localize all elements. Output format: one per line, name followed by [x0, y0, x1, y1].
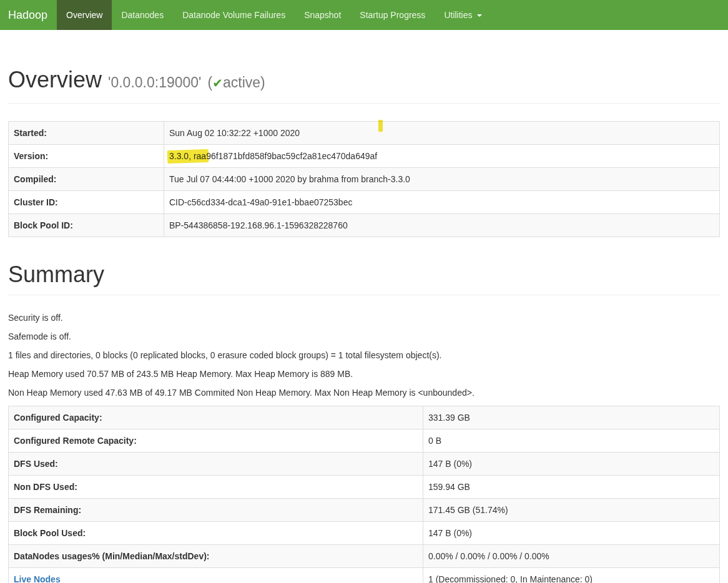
overview-info-table: Started: Sun Aug 02 10:32:22 +1000 2020 …: [8, 121, 720, 237]
nav-item-utilities-dropdown[interactable]: Utilities: [435, 0, 491, 30]
namenode-state: active: [223, 74, 260, 91]
summary-title: Summary: [8, 262, 720, 287]
filesystem-objects-text: 1 files and directories, 0 blocks (0 rep…: [8, 350, 720, 362]
state-close-paren: ): [260, 74, 265, 91]
row-label: Configured Remote Capacity:: [9, 429, 423, 452]
table-row-datanode-usages: DataNodes usages% (Min/Median/Max/stdDev…: [9, 544, 720, 567]
namenode-address: '0.0.0.0:19000': [108, 74, 201, 91]
row-value: 171.45 GB (51.74%): [423, 498, 720, 521]
row-label: Cluster ID:: [9, 191, 164, 214]
page-header-overview: Overview '0.0.0.0:19000' (✔active): [8, 67, 720, 104]
table-row-configured-capacity: Configured Capacity: 331.39 GB: [9, 406, 720, 429]
row-label: Block Pool ID:: [9, 214, 164, 237]
table-row-compiled: Compiled: Tue Jul 07 04:44:00 +1000 2020…: [9, 168, 720, 191]
table-row-started: Started: Sun Aug 02 10:32:22 +1000 2020: [9, 122, 720, 145]
row-value: 3.3.0, raa96f1871bfd858f9bac59cf2a81ec47…: [164, 145, 720, 168]
row-label: Configured Capacity:: [9, 406, 423, 429]
page-header-summary: Summary: [8, 262, 720, 295]
safemode-status-text: Safemode is off.: [8, 331, 720, 343]
row-value: 0 B: [423, 429, 720, 452]
row-label: DFS Used:: [9, 452, 423, 475]
active-check-icon: ✔: [212, 76, 223, 90]
row-label: Compiled:: [9, 168, 164, 191]
navbar-menu: Overview Datanodes Datanode Volume Failu…: [57, 0, 491, 30]
page-title: Overview '0.0.0.0:19000' (✔active): [8, 67, 720, 96]
table-row-block-pool-id: Block Pool ID: BP-544386858-192.168.96.1…: [9, 214, 720, 237]
nav-item-snapshot[interactable]: Snapshot: [295, 0, 350, 30]
row-value: 147 B (0%): [423, 452, 720, 475]
row-value: 1 (Decommissioned: 0, In Maintenance: 0): [423, 567, 720, 583]
utilities-label: Utilities: [444, 10, 472, 20]
row-label: DFS Remaining:: [9, 498, 423, 521]
highlighted-version-text: 3.3.0, raa: [169, 151, 206, 161]
row-label: Version:: [9, 145, 164, 168]
main-content: Overview '0.0.0.0:19000' (✔active) Start…: [0, 67, 728, 583]
table-row-dfs-remaining: DFS Remaining: 171.45 GB (51.74%): [9, 498, 720, 521]
row-value: 0.00% / 0.00% / 0.00% / 0.00%: [423, 544, 720, 567]
live-nodes-link[interactable]: Live Nodes: [14, 574, 61, 583]
table-row-dfs-used: DFS Used: 147 B (0%): [9, 452, 720, 475]
table-row-cluster-id: Cluster ID: CID-c56cd334-dca1-49a0-91e1-…: [9, 191, 720, 214]
row-value: 159.94 GB: [423, 475, 720, 498]
row-value: 331.39 GB: [423, 406, 720, 429]
row-label: DataNodes usages% (Min/Median/Max/stdDev…: [9, 544, 423, 567]
row-value: Tue Jul 07 04:44:00 +1000 2020 by brahma…: [164, 168, 720, 191]
table-row-block-pool-used: Block Pool Used: 147 B (0%): [9, 521, 720, 544]
nav-item-datanodes[interactable]: Datanodes: [112, 0, 173, 30]
table-row-version: Version: 3.3.0, raa96f1871bfd858f9bac59c…: [9, 145, 720, 168]
nav-item-datanode-volume-failures[interactable]: Datanode Volume Failures: [173, 0, 295, 30]
row-label: Live Nodes: [9, 567, 423, 583]
summary-stats-table: Configured Capacity: 331.39 GB Configure…: [8, 406, 720, 583]
version-hash-text: 96f1871bfd858f9bac59cf2a81ec470da649af: [206, 151, 377, 161]
table-row-configured-remote-capacity: Configured Remote Capacity: 0 B: [9, 429, 720, 452]
table-row-live-nodes: Live Nodes 1 (Decommissioned: 0, In Main…: [9, 567, 720, 583]
row-value: Sun Aug 02 10:32:22 +1000 2020: [164, 122, 720, 145]
nav-item-overview[interactable]: Overview: [57, 0, 112, 30]
row-value: BP-544386858-192.168.96.1-1596328228760: [164, 214, 720, 237]
row-label: Started:: [9, 122, 164, 145]
caret-down-icon: [477, 14, 482, 17]
nav-item-startup-progress[interactable]: Startup Progress: [350, 0, 435, 30]
heap-memory-text: Heap Memory used 70.57 MB of 243.5 MB He…: [8, 368, 720, 381]
table-row-non-dfs-used: Non DFS Used: 159.94 GB: [9, 475, 720, 498]
row-value: CID-c56cd334-dca1-49a0-91e1-bbae07253bec: [164, 191, 720, 214]
non-heap-memory-text: Non Heap Memory used 47.63 MB of 49.17 M…: [8, 387, 720, 399]
row-label: Non DFS Used:: [9, 475, 423, 498]
page-title-text: Overview: [8, 67, 102, 92]
brand-hadoop[interactable]: Hadoop: [0, 0, 57, 30]
row-label: Block Pool Used:: [9, 521, 423, 544]
row-value: 147 B (0%): [423, 521, 720, 544]
security-status-text: Security is off.: [8, 312, 720, 325]
top-navbar: Hadoop Overview Datanodes Datanode Volum…: [0, 0, 728, 30]
